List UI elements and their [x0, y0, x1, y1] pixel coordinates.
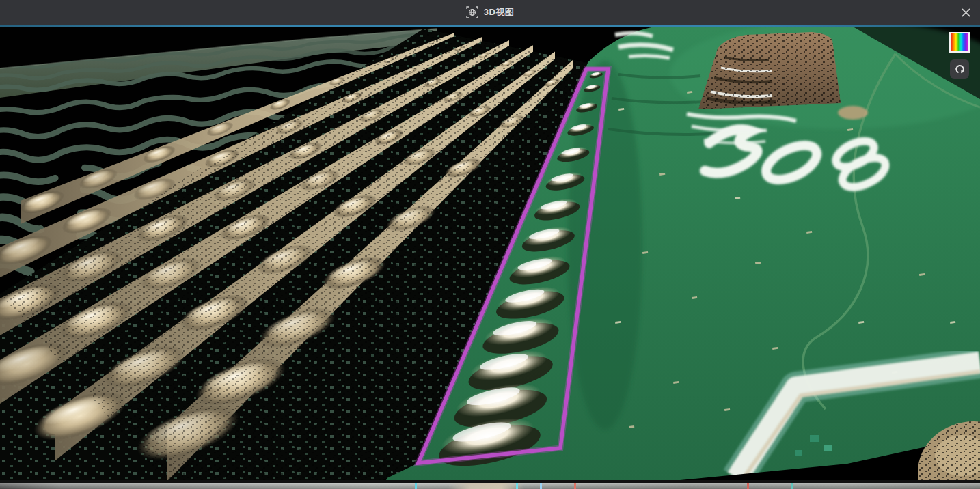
titlebar: 3D视图 — [0, 0, 980, 25]
strip-speck — [574, 483, 576, 489]
close-button[interactable] — [957, 3, 975, 21]
viewport-toolbar — [949, 32, 970, 79]
strip-speck — [791, 483, 793, 489]
window-title: 3D视图 — [484, 6, 515, 18]
3d-viewport-canvas[interactable] — [0, 27, 980, 480]
reset-view-button[interactable] — [950, 59, 969, 79]
colormap-button[interactable] — [949, 32, 970, 53]
strip-beige-zone — [448, 483, 524, 489]
rotate-reset-icon — [954, 64, 966, 75]
strip-speck — [540, 483, 542, 489]
3d-view-window: 3D视图 — [0, 0, 980, 489]
3d-view-globe-icon — [466, 6, 478, 18]
strip-speck — [415, 483, 417, 489]
3d-viewport — [0, 27, 980, 480]
bottom-edge-strip — [0, 483, 980, 489]
strip-speck — [747, 483, 749, 489]
close-icon — [960, 7, 972, 18]
strip-speck — [516, 483, 518, 489]
